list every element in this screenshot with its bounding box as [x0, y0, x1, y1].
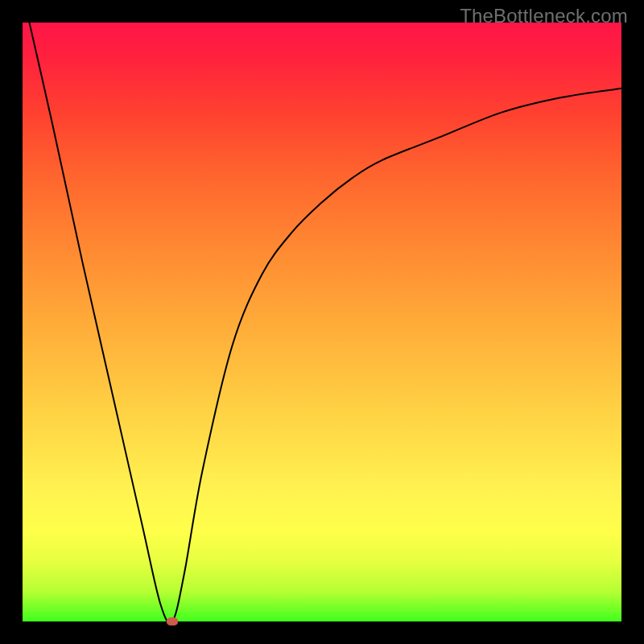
- minimum-marker: [167, 617, 178, 625]
- chart-plot-area: [23, 23, 621, 621]
- bottleneck-curve: [23, 23, 621, 621]
- bottleneck-curve-path: [23, 23, 621, 621]
